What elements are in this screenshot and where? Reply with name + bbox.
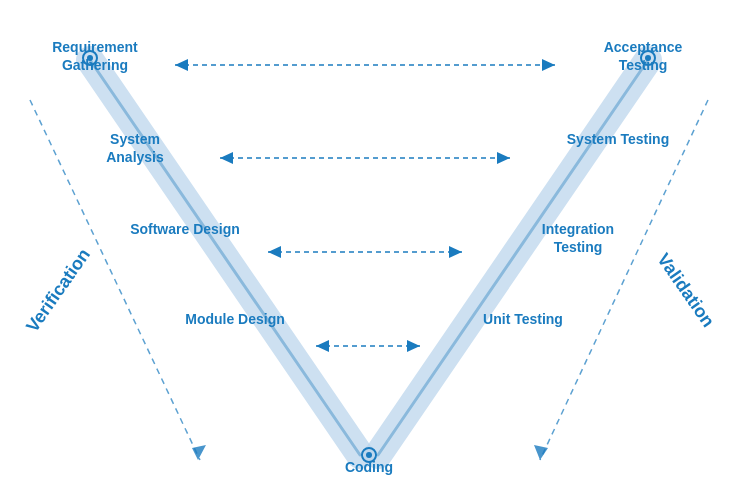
svg-marker-19 — [407, 340, 420, 352]
svg-marker-13 — [497, 152, 510, 164]
unit-testing-label: Unit Testing — [478, 310, 568, 328]
software-design-label: Software Design — [130, 220, 240, 238]
svg-marker-10 — [542, 59, 555, 71]
coding-label: Coding — [329, 458, 409, 476]
system-analysis-label: System Analysis — [80, 130, 190, 166]
svg-marker-18 — [316, 340, 329, 352]
svg-marker-5 — [192, 445, 206, 460]
integration-testing-label: Integration Testing — [518, 220, 638, 256]
svg-marker-12 — [220, 152, 233, 164]
requirement-gathering-label: Requirement Gathering — [30, 38, 160, 74]
svg-marker-9 — [175, 59, 188, 71]
module-design-label: Module Design — [185, 310, 285, 328]
svg-line-3 — [378, 60, 648, 455]
svg-line-2 — [90, 60, 360, 455]
svg-marker-15 — [268, 246, 281, 258]
system-testing-label: System Testing — [563, 130, 673, 148]
svg-marker-7 — [534, 445, 548, 460]
svg-marker-16 — [449, 246, 462, 258]
acceptance-testing-label: Acceptance Testing — [578, 38, 708, 74]
v-model-diagram: Requirement Gathering Acceptance Testing… — [0, 0, 738, 504]
